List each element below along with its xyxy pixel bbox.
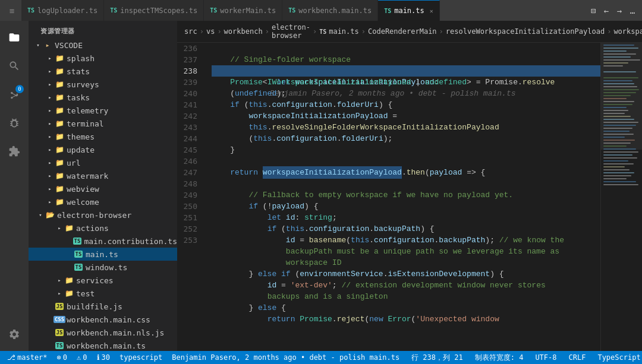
warning-icon: ⚠ [77,353,81,362]
tree-item-workbench-main-ts[interactable]: TS workbench.main.ts [29,339,177,351]
code-editor[interactable]: 236 237 238 239 240 241 242 243 244 245 … [177,43,642,351]
breadcrumb-electron-browser[interactable]: electron-browser [272,23,310,40]
tree-item-services[interactable]: ▸ 📁 services [29,274,177,287]
status-bar-right: 行 238，列 21 制表符宽度: 4 UTF-8 CRLF TypeScrip… [409,353,642,363]
tab-label: workerMain.ts [220,7,276,15]
tree-item-electron-browser[interactable]: ▾ 📂 electron-browser [29,208,177,221]
tree-item-main-ts[interactable]: TS main.ts [29,248,177,261]
tree-item-buildfile-js[interactable]: JS buildfile.js [29,300,177,313]
typescript-version-item[interactable]: typescript [117,353,165,362]
line-num-252: 252 [177,223,202,235]
breadcrumb-file[interactable]: main.ts [329,27,359,36]
minimap[interactable] [600,43,642,351]
tree-item-label: url [67,159,80,167]
js-file-icon: JS [55,328,64,337]
tree-item-watermark[interactable]: ▸ 📁 watermark [29,169,177,182]
ts-file-icon: TS [55,341,64,350]
tree-item-themes[interactable]: ▸ 📁 themes [29,130,177,143]
tree-item-tasks[interactable]: ▸ 📁 tasks [29,91,177,104]
back-icon[interactable]: ← [602,6,611,15]
line-num-245: 245 [177,144,202,156]
tree-item-webview[interactable]: ▸ 📁 webview [29,182,177,195]
encoding-item[interactable]: UTF-8 [533,353,559,362]
tree-item-test[interactable]: ▸ 📁 test [29,287,177,300]
folder-icon: 📁 [64,289,74,298]
breadcrumb-vs[interactable]: vs [206,27,215,36]
breadcrumb-method[interactable]: resolveWorkspaceInitializationPayload [446,27,605,36]
folder-icon: 📁 [64,276,74,285]
tree-item-label: workbench.main.css [67,315,150,324]
tree-root-vscode[interactable]: ▾ ▸ VSCODE [29,39,177,52]
breadcrumb-class[interactable]: CodeRendererMain [368,27,437,36]
expand-icon: ▸ [45,53,55,63]
tree-item-url[interactable]: ▸ 📁 url [29,156,177,169]
line-ending-item[interactable]: CRLF [567,353,588,362]
warning-item[interactable]: ⚠ 0 [74,353,89,362]
tree-item-workbench-nls-js[interactable]: JS workbench.main.nls.js [29,326,177,339]
line-num-250: 250 [177,201,202,212]
split-editor-icon[interactable]: ⊟ [588,6,598,15]
tree-item-terminal[interactable]: ▸ 📁 terminal [29,117,177,130]
tab-mainTs[interactable]: TS main.ts ✕ [378,0,440,21]
tab-size-item[interactable]: 制表符宽度: 4 [473,353,526,363]
extensions-icon[interactable] [2,140,26,163]
error-item[interactable]: ⊗ 0 [55,353,70,362]
code-line-249: let id: string; [212,212,600,223]
line-num-240: 240 [177,88,202,99]
tree-item-label: actions [76,224,109,233]
git-blame-item[interactable]: Benjamin Pasero, 2 months ago • debt - p… [169,353,402,362]
tree-item-update[interactable]: ▸ 📁 update [29,143,177,156]
explorer-icon[interactable] [2,26,26,49]
status-bar-left: ⎇ master* ⊗ 0 ⚠ 0 ℹ 30 typescript Benjam… [5,353,402,362]
source-control-icon[interactable]: 0 [2,83,26,106]
tree-item-actions[interactable]: ▸ 📁 actions [29,221,177,235]
code-line-257: } else { [212,302,600,314]
folder-icon: 📁 [64,223,74,233]
line-num-253: 253 [177,235,202,246]
tree-item-workbench-main-css[interactable]: CSS workbench.main.css [29,313,177,326]
code-content[interactable]: // Single-folder workspace let workspace… [207,43,600,351]
encoding-label: UTF-8 [535,353,556,362]
folder-icon: 📁 [55,119,64,128]
tab-workbenchMain[interactable]: TS workbench.main.ts [282,0,378,21]
expand-icon: ▸ [45,171,55,181]
line-col-item[interactable]: 行 238，列 21 [409,353,465,363]
tab-workerMain[interactable]: TS workerMain.ts [204,0,282,21]
error-count: 0 [63,353,67,362]
main-area: 0 资源管理器 ▾ ▸ VSCODE ▸ 📁 splash [0,21,642,351]
tree-item-telemetry[interactable]: ▸ 📁 telemetry [29,104,177,117]
sidebar-title: 资源管理器 [29,21,177,39]
line-num-239: 239 [177,77,202,88]
editor-area: src › vs › workbench › electron-browser … [177,21,642,351]
settings-icon[interactable] [2,322,26,346]
tree-item-label: surveys [67,80,99,89]
tab-logUploader[interactable]: TS logUploader.ts [21,0,104,21]
tab-close-icon[interactable]: ✕ [430,8,433,14]
tree-item-stats[interactable]: ▸ 📁 stats [29,65,177,78]
tree-item-label: VSCODE [55,41,83,50]
search-icon[interactable] [2,54,26,78]
line-ending-label: CRLF [569,353,586,362]
git-branch-item[interactable]: ⎇ master* [5,353,50,362]
code-line-244 [212,156,600,167]
tab-inspectTMScopes[interactable]: TS inspectTMScopes.ts [104,0,204,21]
tree-item-splash[interactable]: ▸ 📁 splash [29,52,177,65]
tree-item-surveys[interactable]: ▸ 📁 surveys [29,78,177,91]
breadcrumb-src[interactable]: src [184,27,197,36]
more-actions-icon[interactable]: … [628,6,637,15]
breadcrumb-current[interactable]: workspaceInitia... [613,27,642,36]
tree-item-window-ts[interactable]: TS window.ts [29,261,177,274]
app-menu-icon[interactable]: ≡ [5,4,19,18]
debug-icon[interactable] [2,111,26,135]
line-num-248: 248 [177,178,202,189]
info-item[interactable]: ℹ 30 [95,353,112,362]
tree-item-label: workbench.main.ts [67,341,146,350]
tree-item-label: test [76,289,95,298]
breadcrumb-workbench[interactable]: workbench [224,27,263,36]
language-item[interactable]: TypeScript [595,353,642,362]
tree-item-main-contribution-ts[interactable]: TS main.contribution.ts [29,235,177,248]
line-num-247: 247 [177,167,202,178]
sidebar-content[interactable]: ▾ ▸ VSCODE ▸ 📁 splash ▸ 📁 stats ▸ 📁 surv… [29,39,177,351]
tree-item-welcome[interactable]: ▸ 📁 welcome [29,195,177,208]
forward-icon[interactable]: → [615,6,624,15]
